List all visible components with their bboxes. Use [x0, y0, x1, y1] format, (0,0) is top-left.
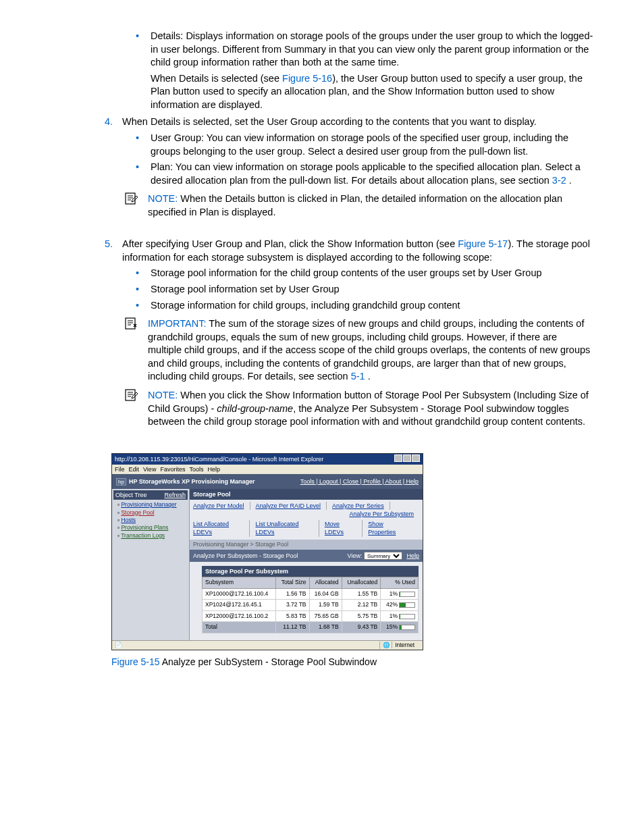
hp-logo-icon: hp: [116, 478, 126, 486]
link-section-3-2[interactable]: 3-2: [552, 175, 566, 186]
object-tree-panel: Object Tree Refresh ▫ Provisioning Manag…: [112, 489, 190, 640]
bullet-dot: •: [136, 299, 144, 313]
step5-b2: • Storage pool information set by User G…: [51, 283, 593, 296]
step-4: 4. When Details is selected, set the Use…: [51, 115, 593, 129]
tree-header: Object Tree Refresh: [113, 490, 188, 500]
help-link[interactable]: Help: [406, 552, 419, 559]
tree-item[interactable]: ▫ Provisioning Plans: [117, 524, 188, 531]
link-figure-5-17[interactable]: Figure 5-17: [458, 238, 508, 249]
bullet-details-body: Details: Displays information on storage…: [151, 30, 593, 111]
table-row: XP10000@172.16.100.41.56 TB16.04 GB1.55 …: [203, 588, 419, 599]
col-header: Allocated: [309, 577, 342, 588]
col-header: Subsystem: [203, 577, 276, 588]
link-show-properties[interactable]: Show Properties: [368, 521, 396, 536]
link-figure-5-16[interactable]: Figure 5-16: [282, 73, 332, 84]
close-icon[interactable]: [412, 454, 420, 462]
step5-important-body: IMPORTANT: The sum of the storage sizes …: [148, 317, 593, 384]
subheader-title: Analyze Per Subsystem - Storage Pool: [193, 552, 298, 560]
window-buttons: [394, 454, 420, 464]
link-analyze-per-series[interactable]: Analyze Per Series: [332, 502, 384, 509]
refresh-link[interactable]: Refresh: [164, 491, 186, 499]
step4-note-body: NOTE: When the Details button is clicked…: [148, 192, 593, 219]
step-5: 5. After specifying User Group and Plan,…: [51, 238, 593, 264]
imp-after: .: [365, 371, 371, 382]
link-list-unallocated-ldevs[interactable]: List Unallocated LDEVs: [255, 521, 298, 536]
step5-important: IMPORTANT: The sum of the storage sizes …: [51, 317, 593, 384]
menu-favorites[interactable]: Favorites: [160, 466, 185, 473]
bullet-dot: •: [136, 30, 144, 111]
link-analyze-per-subsystem[interactable]: Analyze Per Subsystem: [349, 511, 414, 517]
linkbar-1: Analyze Per ModelAnalyze Per RAID LevelA…: [190, 500, 423, 520]
step5-b3-text: Storage information for child groups, in…: [151, 299, 593, 313]
link-move-ldevs[interactable]: Move LDEVs: [325, 521, 344, 536]
tree-list: ▫ Provisioning Manager▫ Storage Pool▫ Ho…: [113, 501, 188, 540]
view-select[interactable]: Summary: [364, 552, 402, 560]
col-header: Unallocated: [342, 577, 381, 588]
minimize-icon[interactable]: [394, 454, 402, 462]
main-header: Storage Pool: [190, 489, 423, 500]
bullet-details: • Details: Displays information on stora…: [51, 30, 593, 111]
figure-number: Figure 5-15: [111, 656, 160, 667]
step4-note-text: When the Details button is clicked in Pl…: [148, 193, 562, 217]
details-desc: Details: Displays information on storage…: [151, 30, 593, 68]
tree-item[interactable]: ▫ Provisioning Manager: [117, 501, 188, 509]
link-analyze-per-model[interactable]: Analyze Per Model: [193, 502, 244, 509]
details-para-before: When Details is selected (see: [151, 73, 282, 84]
figure-5-15: http://10.208.115.39:23015/HiCommand/Con…: [111, 453, 593, 669]
step5-b2-text: Storage pool information set by User Gro…: [151, 283, 593, 296]
app-name: HP StorageWorks XP Provisioning Manager: [129, 478, 255, 485]
note2-label: NOTE:: [148, 390, 180, 400]
storage-pool-table: SubsystemTotal SizeAllocatedUnallocated%…: [202, 577, 419, 633]
step4-bullet-usergroup: • User Group: You can view information o…: [51, 132, 593, 158]
menu-edit[interactable]: Edit: [129, 466, 140, 473]
step-4-num: 4.: [98, 115, 113, 129]
step5-before: After specifying User Group and Plan, cl…: [122, 238, 458, 249]
status-right: 🌐 Internet: [367, 642, 420, 649]
figure-caption: Figure 5-15 Analyze per SubSystem - Stor…: [111, 656, 593, 669]
note-icon: [125, 192, 138, 205]
plan-after: .: [566, 175, 572, 186]
subheader: Analyze Per Subsystem - Storage Pool Vie…: [190, 550, 423, 562]
step4-plan-body: Plan: You can view information on storag…: [151, 161, 593, 187]
view-label: View:: [348, 552, 363, 559]
tree-item[interactable]: ▫ Hosts: [117, 517, 188, 524]
step-5-body: After specifying User Group and Plan, cl…: [122, 238, 593, 264]
status-left: 📄: [115, 642, 122, 649]
tree-hdr-label: Object Tree: [115, 491, 147, 499]
maximize-icon[interactable]: [403, 454, 411, 462]
faux-appbar: hpHP StorageWorks XP Provisioning Manage…: [112, 474, 423, 489]
link-section-5-1[interactable]: 5-1: [351, 371, 365, 382]
menu-help[interactable]: Help: [207, 466, 220, 473]
tree-item[interactable]: ▫ Transaction Logs: [117, 532, 188, 540]
link-list-allocated-ldevs[interactable]: List Allocated LDEVs: [193, 521, 229, 536]
step4-note: NOTE: When the Details button is clicked…: [51, 192, 593, 219]
svg-rect-1: [126, 318, 135, 329]
bullet-dot: •: [136, 283, 144, 296]
linkbar-2: List Allocated LDEVsList Unallocated LDE…: [190, 520, 423, 539]
app-links[interactable]: Tools | Logout | Close | Profile | About…: [300, 477, 419, 486]
step-4-text: When Details is selected, set the User G…: [122, 115, 593, 129]
faux-main: Storage Pool Analyze Per ModelAnalyze Pe…: [190, 489, 423, 640]
breadcrumb: Provisioning Manager > Storage Pool: [190, 540, 423, 550]
tree-item[interactable]: ▫ Storage Pool: [117, 509, 188, 517]
step5-note: NOTE: When you click the Show Informatio…: [51, 389, 593, 429]
table-row: XP12000@172.16.100.25.83 TB75.65 GB5.75 …: [203, 610, 419, 621]
faux-menubar: FileEditViewFavoritesToolsHelp: [112, 465, 423, 474]
table-header-row: SubsystemTotal SizeAllocatedUnallocated%…: [203, 577, 419, 588]
col-header: Total Size: [276, 577, 309, 588]
step4-ug-text: User Group: You can view information on …: [151, 132, 593, 158]
bullet-dot: •: [136, 267, 144, 280]
link-analyze-per-raid-level[interactable]: Analyze Per RAID Level: [256, 502, 321, 509]
faux-window: http://10.208.115.39:23015/HiCommand/Con…: [111, 453, 423, 651]
table-title: Storage Pool Per Subsystem: [202, 566, 419, 577]
menu-tools[interactable]: Tools: [189, 466, 203, 473]
step5-note-body: NOTE: When you click the Show Informatio…: [148, 389, 593, 429]
figure-title: Analyze per SubSystem - Storage Pool Sub…: [160, 656, 377, 667]
menu-view[interactable]: View: [143, 466, 156, 473]
note2-italic: child-group-name: [217, 403, 293, 414]
bullet-dot: •: [136, 132, 144, 158]
faux-titlebar: http://10.208.115.39:23015/HiCommand/Con…: [112, 454, 423, 465]
menu-file[interactable]: File: [115, 466, 125, 473]
step5-b1: • Storage pool information for the child…: [51, 267, 593, 280]
col-header: % Used: [381, 577, 419, 588]
